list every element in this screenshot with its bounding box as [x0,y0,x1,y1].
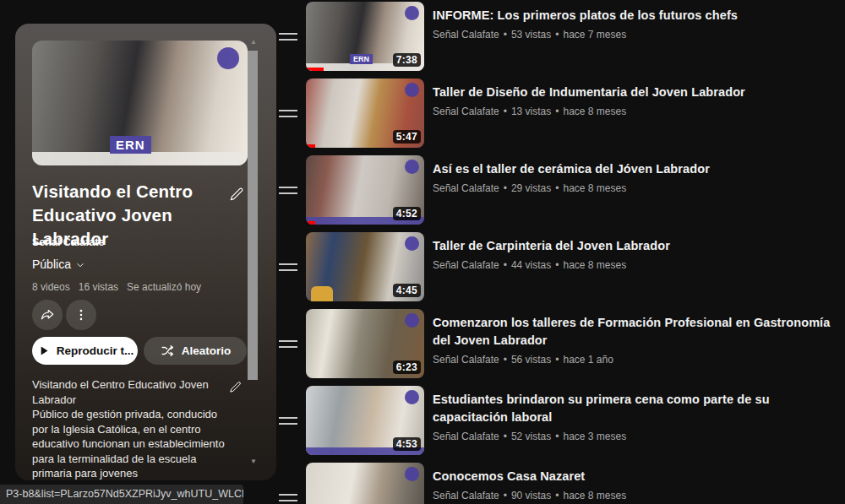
video-title[interactable]: INFORME: Los primeros platos de los futu… [433,7,840,24]
video-channel[interactable]: Señal Calafate [433,431,499,442]
scroll-up-button[interactable]: ▲ [248,38,259,46]
scroll-down-button[interactable]: ▼ [248,458,259,465]
video-thumbnail[interactable]: 4:52 [306,155,424,225]
shuffle-icon [160,343,176,359]
duration-badge: 7:38 [393,53,421,67]
channel-watermark-icon [217,47,239,69]
drag-handle-icon[interactable] [279,309,306,378]
duration-badge: 6:23 [393,360,421,374]
panel-scrollbar[interactable] [248,51,258,380]
edit-title-icon[interactable] [228,186,245,203]
video-channel[interactable]: Señal Calafate [433,29,499,41]
stats-updated: Se actualizó hoy [127,281,201,293]
video-meta: Señal Calafate52 vistashace 3 meses [433,431,840,442]
stats-view-count: 16 vistas [79,281,118,293]
visibility-dropdown[interactable]: Pública [32,257,86,271]
channel-watermark-icon [405,6,419,20]
video-title[interactable]: Estudiantes brindaron su primera cena co… [433,391,840,426]
kebab-menu-icon [74,307,89,322]
playlist-channel[interactable]: Señal Calafate [32,236,104,248]
video-row-4[interactable]: 4:45 Taller de Carpinteria del Joven Lab… [279,232,845,301]
playlist-stats: 8 videos 16 vistas Se actualizó hoy [32,281,201,293]
video-meta: Señal Calafate29 vistashace 8 meses [433,182,840,194]
thumbnail-overlay-label: ERN [110,136,151,154]
video-age: hace 8 meses [551,490,626,501]
video-channel[interactable]: Señal Calafate [433,490,499,501]
video-thumbnail[interactable]: 5:47 [306,79,424,148]
video-thumbnail[interactable]: 4:45 [306,232,424,301]
video-thumbnail[interactable]: ERN 7:38 [306,2,424,71]
video-views: 53 vistas [499,29,552,41]
visibility-label: Pública [32,257,71,271]
video-channel[interactable]: Señal Calafate [433,354,499,366]
shuffle-label: Aleatorio [182,344,232,357]
playlist-thumbnail[interactable]: ERN [32,41,248,165]
duration-badge: 5:47 [393,130,421,144]
play-all-label: Reproducir t... [57,344,134,357]
share-button[interactable] [32,300,63,330]
watched-progress-bar [306,68,324,71]
edit-description-icon[interactable] [228,380,243,394]
video-views: 56 vistas [499,354,552,366]
drag-handle-icon[interactable] [279,2,306,71]
video-age: hace 3 meses [551,431,626,442]
thumbnail-caption-band [32,152,248,165]
play-icon [36,344,51,358]
channel-watermark-icon [405,467,419,481]
video-age: hace 8 meses [551,106,626,117]
channel-watermark-icon [405,313,419,328]
description-body: Público de gestión privada, conducido po… [32,407,227,480]
video-row-7[interactable]: Conocemos Casa Nazaret Señal Calafate90 … [279,463,845,504]
video-title[interactable]: Comenzaron los talleres de Formación Pro… [433,314,840,350]
drag-handle-icon[interactable] [279,79,306,148]
drag-handle-icon[interactable] [279,155,306,225]
channel-watermark-icon [405,160,419,174]
playlist-description: Visitando el Centro Educativo Joven Labr… [32,377,227,480]
drag-handle-icon[interactable] [279,386,306,455]
watched-progress-bar [306,221,315,225]
video-meta: Señal Calafate44 vistashace 8 meses [433,259,840,271]
video-meta: Señal Calafate56 vistashace 1 año [433,354,840,366]
video-row-6[interactable]: 4:53 Estudiantes brindaron su primera ce… [279,386,845,455]
video-title[interactable]: Así es el taller de cerámica del Jóven L… [433,160,840,178]
video-row-2[interactable]: 5:47 Taller de Diseño de Indumentaria de… [279,79,845,148]
duration-badge: 4:53 [393,437,421,451]
video-views: 52 vistas [499,431,552,442]
more-actions-button[interactable] [66,300,96,330]
play-all-button[interactable]: Reproducir t... [32,337,138,365]
watched-progress-bar [306,144,315,148]
chevron-down-icon [74,259,86,271]
video-row-5[interactable]: 6:23 Comenzaron los talleres de Formació… [279,309,845,378]
playlist-header-panel: ERN Visitando el Centro Educativo Joven … [15,24,276,480]
duration-badge: 4:52 [393,207,421,220]
channel-watermark-icon [405,390,419,404]
video-views: 13 vistas [499,106,552,117]
video-age: hace 7 meses [551,29,626,41]
video-channel[interactable]: Señal Calafate [433,182,499,194]
video-meta: Señal Calafate13 vistashace 8 meses [433,106,840,117]
video-thumbnail[interactable] [306,463,424,504]
channel-watermark-icon [405,83,419,97]
video-age: hace 8 meses [551,182,626,194]
video-title[interactable]: Taller de Diseño de Indumentaria del Jov… [433,84,840,101]
video-thumbnail[interactable]: 4:53 [306,386,424,455]
description-title-line: Visitando el Centro Educativo Joven Labr… [32,377,227,407]
video-channel[interactable]: Señal Calafate [433,106,499,117]
video-row-3[interactable]: 4:52 Así es el taller de cerámica del Jó… [279,155,845,225]
shuffle-button[interactable]: Aleatorio [144,337,247,365]
thumbnail-overlay-label: ERN [350,54,373,64]
video-channel[interactable]: Señal Calafate [433,259,499,271]
video-row-1[interactable]: ERN 7:38 INFORME: Los primeros platos de… [279,2,845,71]
share-icon [39,306,56,323]
drag-handle-icon[interactable] [279,463,306,504]
video-thumbnail[interactable]: 6:23 [306,309,424,378]
video-age: hace 1 año [551,354,613,366]
video-views: 44 vistas [499,259,552,271]
playlist-video-list: ERN 7:38 INFORME: Los primeros platos de… [279,2,845,504]
browser-status-bar: P3-b8&list=PLarzo57Nd5XZPRiJyv_whUTU_WLC… [0,485,243,504]
video-age: hace 8 meses [551,259,626,271]
drag-handle-icon[interactable] [279,232,306,301]
video-title[interactable]: Conocemos Casa Nazaret [433,468,840,485]
duration-badge: 4:45 [393,284,421,297]
video-title[interactable]: Taller de Carpinteria del Joven Labrador [433,237,840,255]
